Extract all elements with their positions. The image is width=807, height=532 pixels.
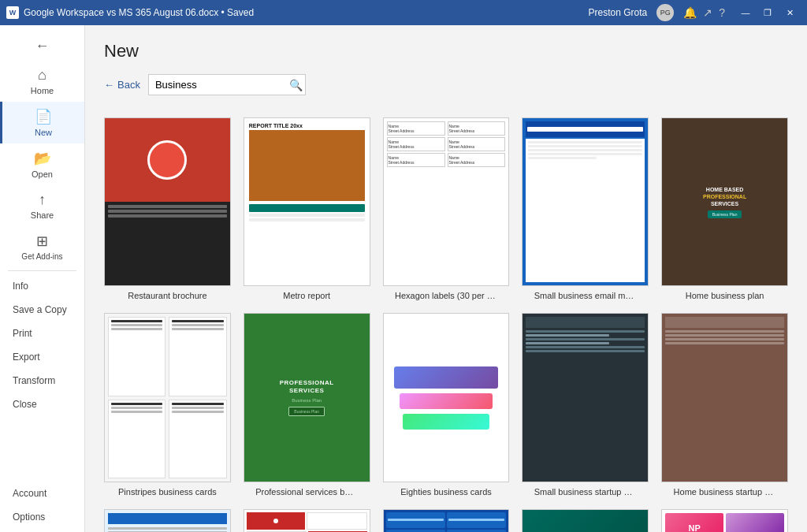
bookmark-icon[interactable]: 🔔: [683, 6, 697, 19]
templates-scroll: Restaurant brochure REPORT TITLE 20xx Me…: [85, 117, 807, 532]
search-input-wrap: 🔍: [148, 74, 306, 95]
template-label: Pinstripes business cards: [118, 487, 217, 497]
template-item-health[interactable]: + Healthcare business plan: [522, 509, 649, 532]
template-item-bigwave[interactable]: Big wave business cards: [383, 509, 510, 532]
template-item-metro[interactable]: REPORT TITLE 20xx Metro report: [244, 117, 370, 300]
sidebar-item-export[interactable]: Export: [0, 345, 84, 369]
win-controls: — ❐ ✕: [734, 0, 801, 25]
title-bar-title: Google Workspace vs MS 365 August 06.doc…: [24, 7, 254, 18]
sidebar-item-back[interactable]: ←: [0, 32, 84, 61]
template-label: Home business plan: [686, 291, 764, 300]
new-icon: 📄: [35, 108, 52, 125]
template-item-eighties[interactable]: Eighties business cards: [383, 313, 510, 496]
template-label: Small business email mark...: [534, 291, 637, 300]
search-input[interactable]: [148, 74, 306, 95]
help-icon[interactable]: ?: [719, 6, 725, 19]
template-item-sbstart[interactable]: Small business startup che...: [522, 313, 649, 496]
sidebar-item-print[interactable]: Print: [0, 322, 84, 345]
title-bar: W Google Workspace vs MS 365 August 06.d…: [0, 0, 807, 25]
restore-button[interactable]: ❐: [757, 0, 779, 25]
templates-grid: Restaurant brochure REPORT TITLE 20xx Me…: [104, 117, 788, 532]
back-button[interactable]: ← Back: [104, 79, 140, 91]
home-icon: ⌂: [38, 67, 46, 84]
page-title: New: [104, 41, 788, 61]
sidebar-item-close[interactable]: Close: [0, 392, 84, 416]
app-icon: W: [6, 6, 19, 19]
template-item-hexa[interactable]: NameStreet Address NameStreet Address Na…: [383, 117, 510, 300]
content-header: New ← Back 🔍: [85, 25, 807, 117]
template-label: Restaurant brochure: [128, 291, 206, 300]
share-icon[interactable]: ↗: [703, 6, 712, 19]
sidebar-home-label: Home: [31, 86, 54, 95]
sidebar-item-options[interactable]: Options: [0, 505, 84, 529]
template-label: Eighties business cards: [400, 487, 492, 497]
sidebar-addins-label: Get Add-ins: [21, 252, 62, 261]
sidebar-top: ← ⌂ Home 📄 New 📂 Open ↑ Share ⊞ Get Add-…: [0, 25, 84, 422]
title-bar-right: Preston Grota PG 🔔 ↗ ? — ❐ ✕: [589, 0, 801, 25]
template-thumb-homebiz: HOME BASEDPROFESSIONALSERVICES Business …: [661, 117, 788, 286]
template-item-restaurant[interactable]: Restaurant brochure: [104, 117, 231, 300]
template-item-homebiz[interactable]: HOME BASEDPROFESSIONALSERVICES Business …: [661, 117, 788, 300]
share-icon2: ↑: [39, 192, 46, 208]
template-item-email[interactable]: Small business email mark...: [522, 117, 649, 300]
sidebar-item-info[interactable]: Info: [0, 274, 84, 298]
template-thumb-health: +: [522, 509, 649, 532]
template-thumb-pinstripes: [104, 313, 231, 482]
title-bar-left: W Google Workspace vs MS 365 August 06.d…: [6, 6, 254, 19]
sidebar-item-home[interactable]: ⌂ Home: [0, 61, 84, 102]
back-arrow-icon: ←: [104, 79, 114, 91]
app-body: ← ⌂ Home 📄 New 📂 Open ↑ Share ⊞ Get Add-…: [0, 25, 807, 532]
template-label: Small business startup che...: [534, 487, 637, 497]
sidebar-new-label: New: [35, 128, 52, 137]
template-item-geo[interactable]: NP Geometric business cards: [661, 509, 788, 532]
sidebar-divider-1: [8, 270, 76, 271]
title-bar-icons: 🔔 ↗ ?: [683, 6, 725, 19]
sidebar-item-transform[interactable]: Transform: [0, 369, 84, 392]
template-label: Home business startup ch...: [674, 487, 776, 497]
template-thumb-bigwave: [383, 509, 510, 532]
template-thumb-lotus: [244, 509, 370, 532]
template-thumb-eighties: [383, 313, 510, 482]
template-item-pinstripes[interactable]: Pinstripes business cards: [104, 313, 231, 496]
template-item-lotus[interactable]: Lotus business card: [244, 509, 370, 532]
sidebar-share-label: Share: [31, 210, 54, 220]
content-area: New ← Back 🔍: [85, 25, 807, 532]
sidebar-item-share[interactable]: ↑ Share: [0, 185, 84, 226]
avatar: PG: [656, 4, 674, 21]
template-thumb-metro: REPORT TITLE 20xx: [244, 117, 370, 286]
template-item-hbstart[interactable]: Home business startup ch...: [661, 313, 788, 496]
template-thumb-profserv: PROFESSIONALSERVICES Business Plan Busin…: [244, 313, 370, 482]
sidebar-item-open[interactable]: 📂 Open: [0, 143, 84, 185]
user-name: Preston Grota: [589, 7, 648, 18]
sidebar-open-label: Open: [32, 169, 53, 179]
template-label: Professional services busin...: [255, 487, 358, 497]
template-thumb-sbstart: [522, 313, 649, 482]
minimize-button[interactable]: —: [734, 0, 757, 25]
addins-icon: ⊞: [36, 233, 48, 250]
search-button[interactable]: 🔍: [289, 79, 303, 91]
sidebar-item-savecopy[interactable]: Save a Copy: [0, 298, 84, 322]
template-thumb-phone: [104, 509, 231, 532]
template-thumb-email: [522, 117, 649, 286]
template-thumb-hbstart: [661, 313, 788, 482]
sidebar-item-account[interactable]: Account: [0, 482, 84, 505]
template-label: Metro report: [283, 291, 330, 300]
template-item-phone[interactable]: Phone script small business: [104, 509, 231, 532]
search-bar: ← Back 🔍: [104, 74, 788, 95]
open-icon: 📂: [34, 150, 51, 167]
close-button[interactable]: ✕: [779, 0, 801, 25]
template-thumb-restaurant: [104, 117, 231, 286]
back-icon: ←: [35, 38, 50, 54]
template-thumb-hexa: NameStreet Address NameStreet Address Na…: [383, 117, 510, 286]
back-button-label: Back: [117, 79, 140, 91]
template-label: Hexagon labels (30 per pa...: [395, 291, 497, 300]
sidebar-bottom: Account Options: [0, 482, 84, 532]
sidebar: ← ⌂ Home 📄 New 📂 Open ↑ Share ⊞ Get Add-…: [0, 25, 85, 532]
template-thumb-geo: NP: [661, 509, 788, 532]
sidebar-item-new[interactable]: 📄 New: [0, 102, 84, 143]
sidebar-item-addins[interactable]: ⊞ Get Add-ins: [0, 226, 84, 267]
template-item-profserv[interactable]: PROFESSIONALSERVICES Business Plan Busin…: [244, 313, 370, 496]
